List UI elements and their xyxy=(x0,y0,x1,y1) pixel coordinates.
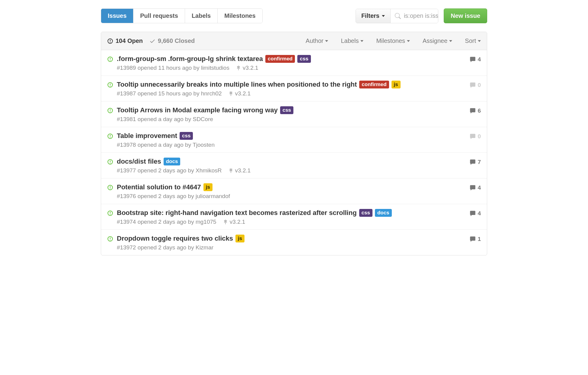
search-input[interactable] xyxy=(404,12,438,19)
filter-menus: Author Labels Milestones Assignee Sort xyxy=(306,37,481,44)
list-header: 104 Open 9,660 Closed Author Labels Mile… xyxy=(101,32,487,50)
issue-author[interactable]: limitstudios xyxy=(201,65,229,71)
label-docs[interactable]: docs xyxy=(375,209,392,216)
label-docs[interactable]: docs xyxy=(164,158,181,165)
svg-rect-7 xyxy=(110,83,110,85)
issue-opened-text: opened 2 days ago by xyxy=(138,193,194,199)
tabnav: Issues Pull requests Labels Milestones xyxy=(101,8,263,23)
issue-author[interactable]: julioarmandof xyxy=(196,193,230,199)
label-confirmed[interactable]: confirmed xyxy=(265,55,295,62)
issue-open-icon xyxy=(107,38,113,44)
tab-pull-requests[interactable]: Pull requests xyxy=(133,9,185,23)
open-toggle[interactable]: 104 Open xyxy=(107,37,143,44)
issue-opened-text: opened a day ago by xyxy=(138,142,191,148)
issue-title-link[interactable]: Potential solution to #4647 xyxy=(117,183,201,191)
issue-row: Dropdown toggle requires two clicksjs#13… xyxy=(101,230,487,255)
issue-author[interactable]: XhmikosR xyxy=(196,167,222,174)
issue-title-link[interactable]: Bootstrap site: right-hand navigation te… xyxy=(117,209,357,217)
issue-author[interactable]: SDCore xyxy=(193,116,213,122)
issue-body: docs/dist filesdocs#13977 opened 2 days … xyxy=(117,158,470,174)
issue-meta: #13981 opened a day ago by SDCore xyxy=(117,116,470,123)
topbar: Issues Pull requests Labels Milestones F… xyxy=(95,8,493,23)
comment-count[interactable]: 0 xyxy=(470,133,481,140)
issue-open-icon xyxy=(107,236,114,242)
issue-number: #13987 xyxy=(117,90,136,97)
svg-point-2 xyxy=(110,42,111,43)
issue-author[interactable]: mg1075 xyxy=(196,219,216,225)
chevron-down-icon xyxy=(449,40,452,42)
search-input-wrap xyxy=(391,9,438,23)
issues-box: 104 Open 9,660 Closed Author Labels Mile… xyxy=(101,32,487,255)
closed-toggle[interactable]: 9,660 Closed xyxy=(149,37,195,44)
closed-count: 9,660 Closed xyxy=(158,37,195,44)
open-count: 104 Open xyxy=(116,37,143,44)
svg-rect-1 xyxy=(110,40,110,41)
filters-button[interactable]: Filters xyxy=(356,9,391,23)
svg-rect-25 xyxy=(110,237,110,239)
label-css[interactable]: css xyxy=(180,132,193,139)
issue-meta: #13977 opened 2 days ago by XhmikosRv3.2… xyxy=(117,167,470,174)
comment-count[interactable]: 0 xyxy=(470,82,481,88)
issue-milestone[interactable]: v3.2.1 xyxy=(228,167,251,174)
filter-sort[interactable]: Sort xyxy=(465,37,481,44)
issue-row: .form-group-sm .form-group-lg shrink tex… xyxy=(101,50,487,76)
issue-author[interactable]: Kizmar xyxy=(196,244,213,251)
issue-body: .form-group-sm .form-group-lg shrink tex… xyxy=(117,55,470,71)
svg-point-17 xyxy=(110,163,111,164)
issue-number: #13978 xyxy=(117,142,136,148)
issue-open-icon xyxy=(107,56,114,62)
issue-open-icon xyxy=(107,82,114,88)
issue-title-link[interactable]: Tooltip Arrows in Modal example facing w… xyxy=(117,106,278,114)
new-issue-button[interactable]: New issue xyxy=(444,8,487,23)
label-css[interactable]: css xyxy=(297,55,311,62)
tab-labels[interactable]: Labels xyxy=(185,9,218,23)
issue-meta: #13974 opened 2 days ago by mg1075v3.2.1 xyxy=(117,219,470,225)
svg-point-8 xyxy=(110,86,111,87)
issue-row: docs/dist filesdocs#13977 opened 2 days … xyxy=(101,153,487,178)
comment-count[interactable]: 4 xyxy=(470,184,481,191)
filter-author[interactable]: Author xyxy=(306,37,328,44)
comment-number: 1 xyxy=(478,236,481,242)
issue-milestone[interactable]: v3.2.1 xyxy=(236,65,258,71)
comment-icon xyxy=(470,82,476,88)
filter-labels[interactable]: Labels xyxy=(341,37,363,44)
issue-author[interactable]: hnrch02 xyxy=(201,90,222,97)
chevron-down-icon xyxy=(382,15,385,17)
comment-count[interactable]: 4 xyxy=(470,210,481,217)
filter-assignee[interactable]: Assignee xyxy=(423,37,452,44)
comment-icon xyxy=(470,236,476,242)
issue-title-link[interactable]: Tooltip unnecessarily breaks into multip… xyxy=(117,81,357,88)
comment-count[interactable]: 7 xyxy=(470,159,481,165)
issue-title-link[interactable]: docs/dist files xyxy=(117,158,161,165)
comment-number: 4 xyxy=(478,56,481,63)
label-css[interactable]: css xyxy=(359,209,372,216)
label-css[interactable]: css xyxy=(280,106,293,114)
comment-count[interactable]: 6 xyxy=(470,107,481,114)
filter-milestones[interactable]: Milestones xyxy=(376,37,410,44)
issue-title-link[interactable]: .form-group-sm .form-group-lg shrink tex… xyxy=(117,55,263,63)
issue-milestone[interactable]: v3.2.1 xyxy=(228,90,251,97)
issue-meta: #13989 opened 11 hours ago by limitstudi… xyxy=(117,65,470,71)
issue-open-icon xyxy=(107,133,114,139)
comment-number: 6 xyxy=(478,107,481,114)
milestone-label: v3.2.1 xyxy=(243,65,258,71)
comment-count[interactable]: 1 xyxy=(470,236,481,242)
issue-milestone[interactable]: v3.2.1 xyxy=(223,219,245,225)
tab-milestones[interactable]: Milestones xyxy=(218,9,262,23)
comment-icon xyxy=(470,159,476,165)
issue-title-link[interactable]: Table improvement xyxy=(117,132,177,140)
issue-title-link[interactable]: Dropdown toggle requires two clicks xyxy=(117,235,233,242)
tab-issues[interactable]: Issues xyxy=(101,9,133,23)
label-js[interactable]: js xyxy=(391,81,401,88)
svg-rect-19 xyxy=(110,186,110,188)
issue-opened-text: opened 11 hours ago by xyxy=(138,65,200,71)
comment-number: 4 xyxy=(478,184,481,191)
comment-count[interactable]: 4 xyxy=(470,56,481,63)
chevron-down-icon xyxy=(325,40,328,42)
label-js[interactable]: js xyxy=(203,183,213,191)
issue-author[interactable]: Tjoosten xyxy=(193,142,215,148)
label-js[interactable]: js xyxy=(235,235,244,242)
issue-row: Tooltip Arrows in Modal example facing w… xyxy=(101,101,487,127)
label-confirmed[interactable]: confirmed xyxy=(359,81,389,88)
chevron-down-icon xyxy=(360,40,363,42)
